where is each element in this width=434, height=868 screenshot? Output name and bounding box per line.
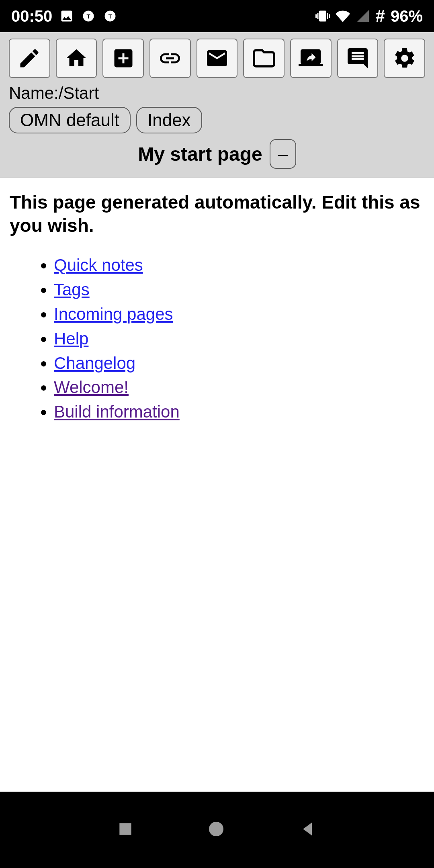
- list-item: Changelog: [54, 351, 424, 376]
- gear-icon: [393, 46, 417, 70]
- link-welcome[interactable]: Welcome!: [54, 378, 129, 397]
- plus-box-icon: [111, 46, 135, 70]
- nav-home-button[interactable]: [207, 819, 226, 840]
- list-item: Quick notes: [54, 253, 424, 278]
- svg-text:T: T: [87, 13, 90, 20]
- list-item: Welcome!: [54, 375, 424, 400]
- main-content: This page generated automatically. Edit …: [0, 178, 434, 437]
- status-left: 00:50 T T: [11, 7, 117, 25]
- mail-icon: [205, 46, 229, 70]
- edit-button[interactable]: [9, 39, 50, 78]
- collapse-button[interactable]: –: [270, 139, 296, 169]
- wifi-icon: [336, 9, 350, 23]
- new-button[interactable]: [102, 39, 144, 78]
- status-time: 00:50: [11, 7, 52, 25]
- mail-button[interactable]: [197, 39, 238, 78]
- intro-text: This page generated automatically. Edit …: [10, 191, 424, 237]
- link-icon: [158, 46, 182, 70]
- svg-text:T: T: [108, 13, 112, 20]
- screen-share-icon: [299, 46, 323, 70]
- title-row: My start page –: [9, 139, 425, 169]
- link-incoming-pages[interactable]: Incoming pages: [54, 305, 173, 323]
- home-button[interactable]: [56, 39, 97, 78]
- link-changelog[interactable]: Changelog: [54, 354, 135, 373]
- vibrate-icon: [315, 9, 330, 23]
- folder-button[interactable]: [243, 39, 285, 78]
- comment-button[interactable]: [337, 39, 379, 78]
- status-bar: 00:50 T T # 96%: [0, 0, 434, 32]
- list-item: Help: [54, 327, 424, 351]
- settings-button[interactable]: [384, 39, 425, 78]
- status-battery: 96%: [391, 7, 423, 25]
- svg-point-5: [209, 822, 223, 836]
- link-quick-notes[interactable]: Quick notes: [54, 256, 143, 274]
- page-title: My start page: [138, 143, 262, 165]
- comment-icon: [346, 46, 370, 70]
- app-badge-icon: T: [103, 9, 117, 23]
- system-nav-bar: [0, 792, 434, 868]
- page-path: Name:/Start: [9, 84, 425, 103]
- triangle-back-icon: [298, 819, 317, 839]
- list-item: Build information: [54, 400, 424, 424]
- chip-row: OMN default Index: [9, 107, 425, 133]
- app-badge-icon: T: [81, 9, 96, 23]
- picture-icon: [59, 9, 74, 23]
- header-area: Name:/Start OMN default Index My start p…: [0, 32, 434, 178]
- folder-icon: [252, 46, 276, 70]
- signal-icon: [356, 9, 370, 23]
- chip-index[interactable]: Index: [136, 107, 202, 133]
- list-item: Tags: [54, 278, 424, 302]
- share-button[interactable]: [290, 39, 332, 78]
- link-build-information[interactable]: Build information: [54, 402, 180, 421]
- square-icon: [117, 820, 134, 838]
- nav-back-button[interactable]: [298, 819, 317, 840]
- svg-rect-4: [119, 823, 131, 835]
- chip-omn-default[interactable]: OMN default: [9, 107, 131, 133]
- status-hash: #: [376, 6, 385, 26]
- toolbar: [9, 39, 425, 78]
- link-button[interactable]: [149, 39, 191, 78]
- nav-recent-button[interactable]: [117, 820, 134, 839]
- circle-icon: [207, 819, 226, 839]
- status-right: # 96%: [315, 6, 423, 26]
- home-icon: [64, 46, 88, 70]
- link-list: Quick notes Tags Incoming pages Help Cha…: [10, 253, 424, 424]
- link-tags[interactable]: Tags: [54, 280, 90, 299]
- pencil-icon: [17, 46, 41, 70]
- link-help[interactable]: Help: [54, 329, 88, 348]
- list-item: Incoming pages: [54, 302, 424, 327]
